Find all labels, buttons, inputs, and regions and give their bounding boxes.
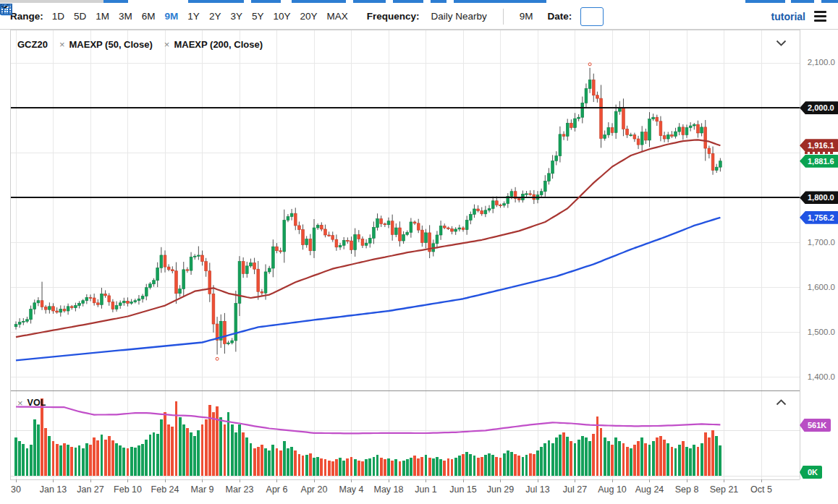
study-ma200-label: MAEXP (200, Close) bbox=[174, 39, 263, 50]
close-icon[interactable]: × bbox=[164, 40, 170, 49]
price-badge: 2,000.0 bbox=[800, 101, 838, 114]
date-axis-label: Jun 29 bbox=[487, 484, 515, 495]
date-axis-label: May 4 bbox=[339, 484, 363, 495]
chart-legend: GCZ20 × MAEXP (50, Close) × MAEXP (200, … bbox=[17, 39, 263, 50]
date-axis-label: Jul 13 bbox=[525, 484, 549, 495]
date-axis-label: Feb 24 bbox=[151, 484, 179, 495]
date-axis-label: Sep 21 bbox=[710, 484, 739, 495]
date-axis-label: Aug 24 bbox=[635, 484, 664, 495]
date-axis-label: Jun 1 bbox=[415, 484, 437, 495]
chart-canvas[interactable] bbox=[0, 0, 838, 504]
study-ma50-label: MAEXP (50, Close) bbox=[69, 39, 153, 50]
date-axis-label: Mar 9 bbox=[191, 484, 214, 495]
chevron-down-icon bbox=[776, 40, 787, 46]
date-axis-label: 30 bbox=[11, 484, 21, 495]
price-axis-label: 2,100.0 bbox=[802, 58, 835, 67]
chart-application: { "toolbar": { "range_label": "Range:", … bbox=[0, 0, 838, 504]
date-axis-label: Sep 8 bbox=[675, 484, 699, 495]
symbol-label[interactable]: GCZ20 bbox=[17, 39, 48, 50]
price-axis-label: 1,400.0 bbox=[802, 372, 835, 381]
date-axis-label: May 18 bbox=[374, 484, 404, 495]
price-axis-label: 1,500.0 bbox=[802, 328, 835, 336]
price-badge: 1,881.6 bbox=[800, 155, 838, 168]
price-badge: 1,756.2 bbox=[800, 211, 838, 224]
volume-study: × VOL bbox=[17, 398, 46, 408]
price-axis-label: 1,600.0 bbox=[802, 283, 835, 291]
close-icon[interactable]: × bbox=[59, 40, 65, 49]
volume-study-label: VOL bbox=[27, 398, 46, 408]
study-ma50[interactable]: × MAEXP (50, Close) bbox=[59, 39, 153, 50]
volume-badge: 561K bbox=[800, 419, 831, 432]
date-axis-label: Jun 15 bbox=[449, 484, 477, 495]
price-badge: 1,916.1 bbox=[800, 139, 838, 152]
date-axis-label: Jan 27 bbox=[77, 484, 104, 495]
date-axis-label: Jul 27 bbox=[563, 484, 587, 495]
date-axis-label: Oct 5 bbox=[750, 484, 772, 495]
close-icon[interactable]: × bbox=[17, 398, 23, 408]
volume-badge: 0K bbox=[800, 466, 822, 479]
price-badge: 1,800.0 bbox=[800, 191, 838, 204]
date-axis-label: Jan 13 bbox=[40, 484, 67, 495]
price-axis-label: 1,700.0 bbox=[802, 238, 835, 247]
date-axis-label: Aug 10 bbox=[598, 484, 627, 495]
date-axis-label: Mar 23 bbox=[226, 484, 254, 495]
study-ma200[interactable]: × MAEXP (200, Close) bbox=[164, 39, 263, 50]
date-axis-label: Feb 10 bbox=[114, 484, 142, 495]
date-axis-label: Apr 6 bbox=[266, 484, 288, 495]
chevron-up-icon bbox=[776, 399, 787, 406]
date-axis-label: Apr 20 bbox=[301, 484, 328, 495]
hidden-badge-edge bbox=[805, 152, 834, 154]
